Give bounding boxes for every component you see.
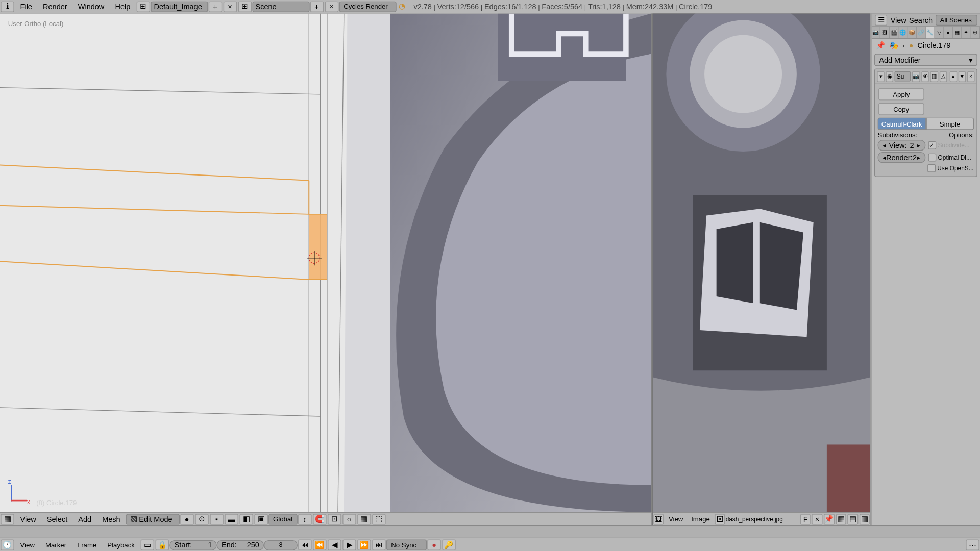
scene-add-icon[interactable]: + <box>310 1 323 12</box>
editor-type-timeline-icon[interactable]: 🕐 <box>1 540 14 550</box>
props-search-label[interactable]: Search <box>909 16 933 24</box>
timeline-menu-playback[interactable]: Playback <box>102 541 140 549</box>
modifier-viewport-toggle-icon[interactable]: 👁 <box>922 71 929 82</box>
timeline-menu-marker[interactable]: Marker <box>40 541 71 549</box>
scene-browse-icon[interactable]: ⊞ <box>238 1 251 12</box>
modifier-move-up-icon[interactable]: ▲ <box>949 71 957 82</box>
pivot-icon[interactable]: ⊙ <box>195 514 208 524</box>
pin-icon[interactable]: 📌 <box>876 41 885 49</box>
modifier-copy-button[interactable]: Copy <box>878 103 924 115</box>
tab-particles-icon[interactable]: ✦ <box>962 27 971 38</box>
timeline-track[interactable] <box>0 526 980 538</box>
shading-icon[interactable]: ● <box>180 514 193 524</box>
lock-range-icon[interactable]: 🔒 <box>156 540 169 550</box>
editor-type-props-icon[interactable]: ☰ <box>875 14 887 25</box>
subdiv-view-field[interactable]: ◂ View: 2 ▸ <box>878 140 925 151</box>
orientation-select[interactable]: Global <box>268 514 298 524</box>
autokey-icon[interactable]: ● <box>428 540 441 550</box>
imgedit-menu-view[interactable]: View <box>665 515 687 523</box>
jump-start-icon[interactable]: ⏮ <box>298 540 311 550</box>
layout-browse-icon[interactable]: ⊞ <box>136 1 150 12</box>
3dview-menu-view[interactable]: View <box>15 515 41 523</box>
modifier-move-down-icon[interactable]: ▼ <box>958 71 966 82</box>
editor-type-3dview-icon[interactable]: ▦ <box>1 514 14 524</box>
menu-file[interactable]: File <box>15 3 37 11</box>
proportional-icon[interactable]: ○ <box>342 514 356 524</box>
catmull-clark-button[interactable]: Catmull-Clark <box>878 118 926 130</box>
sync-mode-select[interactable]: No Sync <box>386 540 427 550</box>
add-modifier-button[interactable]: Add Modifier▾ <box>874 54 977 66</box>
image-editor-canvas[interactable] <box>653 13 870 512</box>
breadcrumb-object[interactable]: Circle.179 <box>917 41 950 49</box>
keyframe-next-icon[interactable]: ⏩ <box>357 540 371 550</box>
scene-field[interactable]: Scene <box>252 1 309 12</box>
menu-help[interactable]: Help <box>110 3 136 11</box>
channel-rgba-icon[interactable]: ▤ <box>848 514 858 524</box>
keying-set-icon[interactable]: 🔑 <box>443 540 456 550</box>
simple-button[interactable]: Simple <box>926 118 974 130</box>
limit-select-icon[interactable]: ▣ <box>254 514 267 524</box>
modifier-expand-icon[interactable]: ▾ <box>877 71 885 82</box>
edge-select-icon[interactable]: ▬ <box>225 514 238 524</box>
keyframe-prev-icon[interactable]: ⏪ <box>313 540 326 550</box>
image-filename-field[interactable]: dash_perspective.jpg <box>726 516 800 522</box>
opt-optimal-display-checkbox[interactable] <box>928 154 936 162</box>
tab-modifiers-icon[interactable]: 🔧 <box>926 27 935 38</box>
tab-material-icon[interactable]: ● <box>944 27 953 38</box>
uv-sel-icon[interactable]: ▦ <box>836 514 846 524</box>
modifier-name-field[interactable]: Su <box>895 71 911 82</box>
props-scenes-select[interactable]: All Scenes <box>935 14 977 25</box>
current-frame-field[interactable]: 8 <box>264 540 298 550</box>
render-engine-select[interactable]: Cycles Render <box>339 1 396 12</box>
menu-window[interactable]: Window <box>72 3 110 11</box>
3dview-menu-select[interactable]: Select <box>41 515 72 523</box>
screen-layout-field[interactable]: Default_Image <box>151 1 208 12</box>
timeline-menu-frame[interactable]: Frame <box>72 541 102 549</box>
viewport-canvas[interactable] <box>0 13 652 512</box>
image-editor[interactable]: 🖼 View Image 🖼 dash_perspective.jpg F × … <box>652 13 871 525</box>
start-frame-field[interactable]: Start:1 <box>169 540 216 550</box>
editor-type-image-icon[interactable]: 🖼 <box>653 514 664 524</box>
layout-remove-icon[interactable]: × <box>223 1 236 12</box>
tab-scene-icon[interactable]: 🎬 <box>890 27 899 38</box>
modifier-cage-toggle-icon[interactable]: △ <box>939 71 947 82</box>
editor-type-info-icon[interactable]: ℹ <box>1 1 14 12</box>
tab-physics-icon[interactable]: ⊚ <box>971 27 980 38</box>
layers-icon[interactable]: ▦ <box>357 514 371 524</box>
pin-image-icon[interactable]: 📌 <box>824 514 835 524</box>
layout-add-icon[interactable]: + <box>208 1 222 12</box>
menu-render[interactable]: Render <box>37 3 72 11</box>
3d-viewport[interactable]: User Ortho (Local) (8) Circle.179 zx ▦ V… <box>0 13 652 525</box>
imgedit-menu-image[interactable]: Image <box>687 515 714 523</box>
tab-object-icon[interactable]: 📦 <box>908 27 917 38</box>
opt-opensubdiv-checkbox[interactable] <box>927 164 936 172</box>
tab-constraints-icon[interactable]: 🔗 <box>917 27 926 38</box>
modifier-render-toggle-icon[interactable]: 📷 <box>912 71 920 82</box>
tab-world-icon[interactable]: 🌐 <box>899 27 908 38</box>
jump-end-icon[interactable]: ⏭ <box>372 540 385 550</box>
channel-rgb-icon[interactable]: ▥ <box>860 514 870 524</box>
modifier-delete-icon[interactable]: × <box>967 71 975 82</box>
manipulator-icon[interactable]: ↕ <box>298 514 311 524</box>
3dview-menu-mesh[interactable]: Mesh <box>97 515 126 523</box>
image-fake-user-icon[interactable]: F <box>800 514 811 524</box>
opt-subdivide-uv-checkbox[interactable] <box>928 141 936 149</box>
range-icon[interactable]: ▭ <box>141 540 154 550</box>
scene-crumb-icon[interactable]: 🎭 <box>889 41 898 49</box>
subdiv-render-field[interactable]: ◂ Render: 2 ▸ <box>878 152 925 163</box>
snap-type-icon[interactable]: ⊡ <box>328 514 341 524</box>
render-region-icon[interactable]: ⬚ <box>372 514 385 524</box>
end-frame-field[interactable]: End:250 <box>217 540 264 550</box>
snap-toggle-icon[interactable]: 🧲 <box>313 514 326 524</box>
tab-render-icon[interactable]: 📷 <box>872 27 881 38</box>
mode-select[interactable]: ▧ Edit Mode <box>126 514 179 524</box>
image-unlink-icon[interactable]: × <box>812 514 822 524</box>
tab-texture-icon[interactable]: ▦ <box>953 27 962 38</box>
timeline-options-icon[interactable]: ⋯ <box>966 540 979 550</box>
timeline-menu-view[interactable]: View <box>15 541 40 549</box>
3dview-menu-add[interactable]: Add <box>73 515 97 523</box>
tab-data-icon[interactable]: ▽ <box>935 27 944 38</box>
modifier-apply-button[interactable]: Apply <box>878 88 924 101</box>
tab-render-layers-icon[interactable]: 🖼 <box>880 27 890 38</box>
face-select-icon[interactable]: ◧ <box>239 514 253 524</box>
